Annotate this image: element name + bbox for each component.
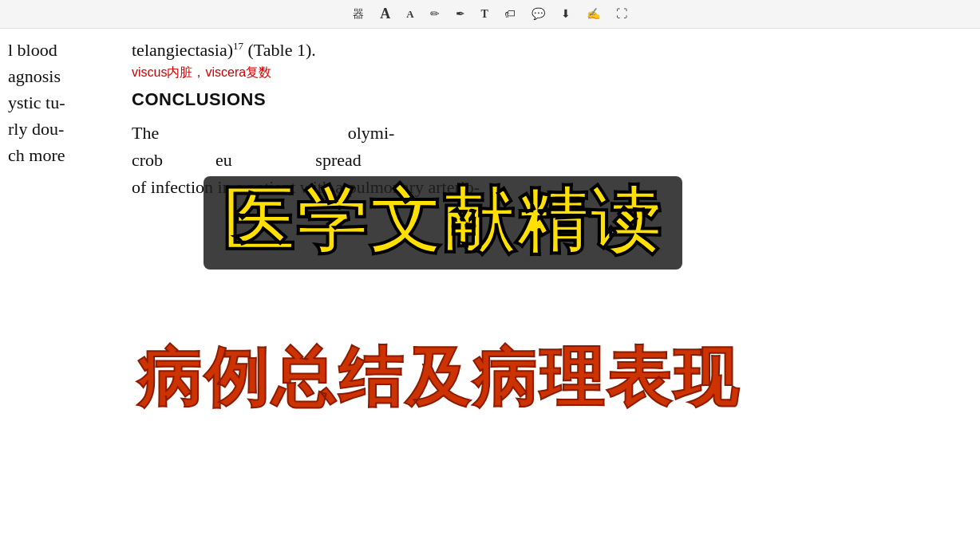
toolbar: 器 A A ✏ ✒ T 🏷 💬 ⬇ ✍ ⛶	[0, 0, 980, 29]
annotation-text: viscus内脏，viscera复数	[132, 65, 850, 81]
subtitle-banner: 病例总结及病理表现	[128, 340, 750, 416]
export-icon[interactable]: ⬇	[561, 7, 571, 21]
tag-tool-icon[interactable]: 🏷	[504, 8, 516, 21]
left-line-4: rly dou-	[8, 116, 128, 142]
first-line-text: telangiectasia)17 (Table 1).	[132, 37, 850, 63]
left-line-2: agnosis	[8, 63, 128, 89]
text-tool-icon[interactable]: T	[481, 8, 488, 21]
subtitle-text: 病例总结及病理表现	[137, 342, 741, 413]
main-overlay-title: 医学文献精读	[204, 176, 682, 270]
content-area: l blood agnosis ystic tu- rly dou- ch mo…	[0, 29, 980, 551]
left-line-1: l blood	[8, 37, 128, 63]
body-text-line-2: crob eu spread	[132, 147, 850, 174]
pen-draw-icon[interactable]: ✏	[430, 7, 440, 21]
left-column: l blood agnosis ystic tu- rly dou- ch mo…	[8, 37, 128, 168]
body-text-line-1: The olymi-	[132, 120, 850, 147]
font-size-small-icon[interactable]: A	[406, 8, 413, 21]
comment-icon[interactable]: 💬	[531, 7, 545, 21]
font-size-large-icon[interactable]: A	[380, 6, 390, 22]
pen-fill-icon[interactable]: ✒	[456, 7, 465, 21]
signature-icon[interactable]: ✍	[587, 7, 600, 21]
selection-icon[interactable]: ⛶	[616, 8, 627, 21]
left-line-5: ch more	[8, 142, 128, 168]
overlay-title-banner: 医学文献精读	[184, 176, 702, 270]
left-line-3: ystic tu-	[8, 89, 128, 116]
conclusions-heading: CONCLUSIONS	[132, 89, 850, 110]
font-icon[interactable]: 器	[353, 7, 364, 22]
